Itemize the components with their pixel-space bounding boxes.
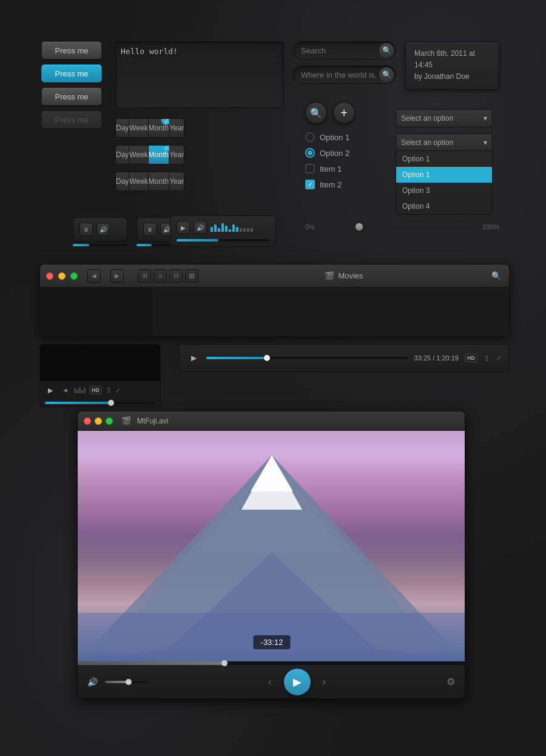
large-vol-btn[interactable]: 🔊 [194,221,207,234]
mini2-pause-btn[interactable]: ⏸ [143,223,157,236]
search-button-1[interactable]: 🔍 [379,43,394,58]
plus-circle-btn[interactable]: + [333,102,355,124]
dropdown-placeholder-2: Select an option [401,138,453,147]
seg1-day[interactable]: Day [116,119,129,137]
qt-prev-btn[interactable]: ‹ [268,677,271,687]
mini1-vol-btn[interactable]: 🔊 [96,223,110,236]
wvp-play-btn[interactable]: ▶ [187,351,200,365]
qt-volume-icon[interactable]: 🔊 [87,677,98,687]
bar-12 [251,228,253,232]
seg1-year[interactable]: Year [169,119,184,137]
radio-option-1[interactable]: Option 1 [305,132,349,142]
svp-bar3 [79,387,81,393]
seg3-day[interactable]: Day [116,172,129,191]
icon-buttons-section: 🔍 + [305,102,355,124]
view-list-btn[interactable]: ≡ [153,269,167,283]
wvp-time-display: 33:25 / 1:20:19 [414,354,459,362]
finder-title-area: 🎬 Movies [203,271,485,280]
svp-rewind-btn[interactable]: ◀ [59,385,70,396]
qt-progress-thumb[interactable] [221,660,228,666]
finder-back-btn[interactable]: ◀ [87,269,101,283]
finder-forward-btn[interactable]: ▶ [110,269,124,283]
press-btn-2[interactable]: Press me [41,64,102,83]
seg3-month[interactable]: Month [149,172,169,191]
mini1-pause-btn[interactable]: ⏸ [79,223,93,236]
radio-option-2[interactable]: Option 2 [305,148,349,158]
wvp-fullscreen-btn[interactable]: ⤢ [496,354,502,362]
dropdown-item-4[interactable]: Option 4 [396,198,492,214]
view-grid-btn[interactable]: ⊞ [138,269,151,283]
search-section: 🔍 🔍 [293,41,396,84]
view-cover-btn[interactable]: ▦ [185,269,198,283]
qt-volume-track[interactable] [105,681,147,683]
large-player-wrapper: ▶ 🔊 [170,215,276,247]
seg1-month[interactable]: Month 2 [149,119,169,137]
seg2-year[interactable]: Year [169,146,184,164]
svp-fullscreen-btn[interactable]: ⤢ [115,387,120,394]
seg3-year[interactable]: Year [169,172,184,191]
wvp-controls: ▶ 33:25 / 1:20:19 HD ⇧ ⤢ [180,345,509,371]
mini1-pause-icon: ⏸ [83,226,89,233]
press-btn-3[interactable]: Press me [41,87,102,106]
svp-play-btn[interactable]: ▶ [45,385,56,396]
dropdown-closed[interactable]: Select an option ▾ [396,109,493,127]
qt-volume-thumb[interactable] [126,679,132,685]
search-circle-btn[interactable]: 🔍 [305,102,327,124]
checkbox-label-1: Item 1 [320,164,342,174]
press-btn-1[interactable]: Press me [41,41,102,59]
traffic-light-red[interactable] [46,272,53,280]
bar-11 [247,228,249,232]
seg2-week[interactable]: Week [129,146,148,164]
search-button-2[interactable]: 🔍 [379,67,394,82]
seg3-week[interactable]: Week [129,172,148,191]
dropdown-item-2[interactable]: Option 1 [396,167,492,183]
traffic-light-yellow[interactable] [58,272,66,280]
wvp-progress-thumb[interactable] [264,355,270,361]
radio-label-2: Option 2 [320,149,349,158]
qt-tl-green[interactable] [106,417,113,425]
qt-play-btn[interactable]: ▶ [284,669,311,695]
mini-player-1: ⏸ 🔊 [73,217,127,241]
seg1-week[interactable]: Week [129,119,148,137]
hello-world-textarea[interactable]: Hello world! [115,41,284,108]
segments-section: Day Week Month 2 Year Day Week Month 2 Y… [115,118,184,191]
seg2-month[interactable]: Month 2 [149,146,169,164]
dropdown-item-3[interactable]: Option 3 [396,183,492,198]
checkbox-option-2[interactable]: ✓ Item 2 [305,180,349,189]
segment-row-1: Day Week Month 2 Year [115,118,184,138]
qt-play-icon: ▶ [293,675,302,689]
wvp-share-btn[interactable]: ⇧ [484,354,490,363]
finder-search-icon: 🔍 [491,271,501,280]
qt-next-btn[interactable]: › [323,677,326,687]
mini1-progress[interactable] [73,244,127,246]
view-split-btn[interactable]: ⊟ [169,269,183,283]
date-card: March 6th, 2011 at 14:45 by Jonathan Doe [405,41,499,90]
svp-volume-thumb[interactable] [108,400,114,406]
checkbox-option-1[interactable]: Item 1 [305,164,349,174]
dropdown-item-1[interactable]: Option 1 [396,151,492,167]
qt-tl-red[interactable] [84,417,91,425]
qt-tl-yellow[interactable] [95,417,102,425]
date-text: March 6th, 2011 at 14:45 [414,48,490,71]
wvp-progress-bar[interactable] [206,357,408,359]
wide-video-player: ▶ 33:25 / 1:20:19 HD ⇧ ⤢ [179,344,510,372]
range-track[interactable] [321,226,476,228]
audio-visualizer [211,223,253,232]
bar-1 [211,227,213,232]
svp-share-btn[interactable]: ⇧ [106,386,112,394]
finder-body [40,288,509,336]
svp-volume-bar[interactable] [45,402,155,404]
dropdown-header[interactable]: Select an option ▾ [396,134,492,151]
range-thumb[interactable] [355,223,363,231]
traffic-light-green[interactable] [70,272,78,280]
seg2-day[interactable]: Day [116,146,129,164]
options-section: Option 1 Option 2 Item 1 ✓ Item 2 [305,132,349,195]
qt-progress-bar[interactable] [78,661,465,665]
qt-settings-btn[interactable]: ⚙ [447,676,455,687]
large-play-btn[interactable]: ▶ [177,221,190,234]
finder-search-btn[interactable]: 🔍 [490,269,503,283]
dropdown-arrow-2: ▾ [484,138,487,147]
cover-icon: ▦ [189,272,195,280]
large-progress[interactable] [177,239,269,241]
fullscreen-icon: ⤢ [115,387,120,394]
